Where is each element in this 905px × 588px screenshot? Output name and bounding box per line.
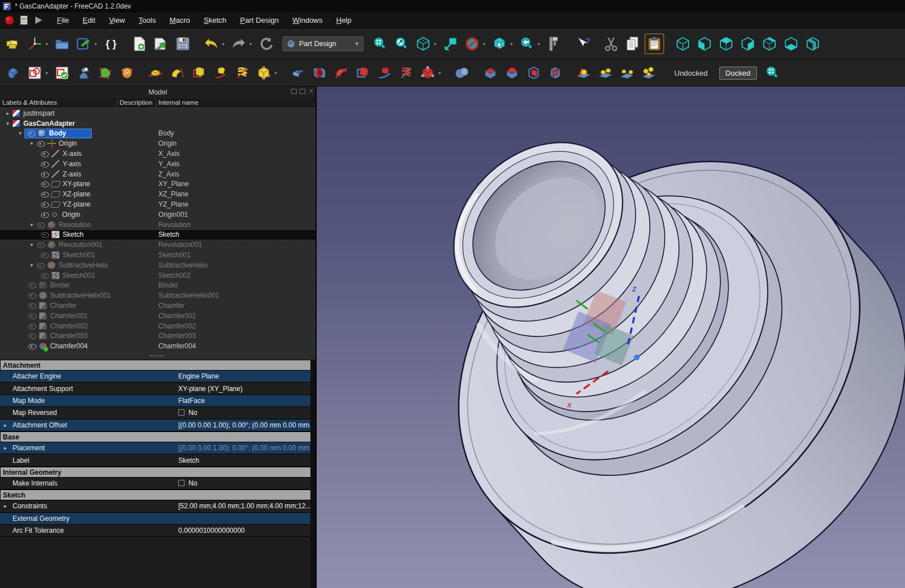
tree-item-body[interactable]: BodyBody [0,129,316,139]
view-axonometric-cube-icon[interactable] [673,34,693,54]
visibility-eye-icon[interactable] [26,130,36,137]
refresh-icon[interactable] [256,34,276,54]
section-attachment[interactable]: Attachment [0,360,316,371]
visibility-eye-icon[interactable] [40,211,50,218]
property-scrollbar[interactable] [310,360,316,588]
tree-item-yz-plane[interactable]: YZ-planeYZ_Plane [0,199,316,209]
additive-pipe-icon[interactable] [211,63,230,83]
visibility-eye-off-icon[interactable] [40,231,50,238]
redo-icon[interactable] [229,34,248,54]
hole-icon[interactable] [310,63,329,83]
visibility-eye-icon[interactable] [40,150,50,157]
section-base[interactable]: Base [0,431,316,442]
chevron-down-icon[interactable]: ▾ [538,42,542,47]
revolution-icon[interactable] [167,63,187,83]
pocket-icon[interactable] [288,63,308,83]
visibility-eye-off-icon[interactable] [27,312,38,319]
chevron-down-icon[interactable]: ▾ [439,71,443,76]
shape-binder-icon[interactable] [96,63,115,83]
menu-sketch[interactable]: Sketch [198,14,233,26]
visibility-eye-off-icon[interactable] [36,241,46,248]
visibility-eye-off-icon[interactable] [27,302,38,309]
docked-button[interactable]: Docked [719,67,757,80]
sync-view-icon[interactable] [441,34,460,54]
tree-item-binder[interactable]: BinderBinder [0,281,316,291]
save-icon[interactable] [173,34,193,54]
tree-item-y-axis[interactable]: Y-axisY_Axis [0,159,316,169]
fit-all-icon[interactable] [370,34,390,54]
polar-pattern-icon[interactable] [617,63,637,83]
boolean-icon[interactable] [452,63,472,83]
tree-item-subtractivehelix[interactable]: SubtractiveHelixSubtractiveHelix [0,260,316,270]
placement-axis-icon[interactable] [25,34,44,54]
tree-item-justinspart[interactable]: justinspart [0,108,316,118]
pad-icon[interactable] [146,63,165,83]
view-right-cube-icon[interactable] [738,34,757,54]
expand-arrow-icon[interactable]: ▸ [4,422,7,428]
column-internal-name[interactable]: Internal name [156,98,316,108]
menu-file[interactable]: File [51,14,75,26]
chamfer-icon[interactable] [502,63,522,83]
export-icon[interactable] [74,34,93,54]
view-top-cube-icon[interactable] [716,34,736,54]
property-row[interactable]: ▸Attachment Offset[(0.00 0.00 1.00); 0.0… [0,420,316,431]
groove-icon[interactable] [331,63,351,83]
view-front-cube-icon[interactable] [695,34,714,54]
tree-item-sketch002[interactable]: Sketch002Sketch002 [0,270,316,281]
tree-item-origin[interactable]: OriginOrigin [0,138,316,149]
new-document-icon[interactable] [130,34,149,54]
visibility-eye-icon[interactable] [40,171,50,178]
chevron-down-icon[interactable]: ▾ [46,71,50,76]
tree-item-sketch001[interactable]: Sketch001Sketch001 [0,250,316,260]
zoom-refresh-icon[interactable] [517,34,537,54]
visibility-eye-icon[interactable] [40,161,50,167]
menu-windows[interactable]: Windows [286,14,329,26]
section-internal-geometry[interactable]: Internal Geometry [0,467,316,478]
chevron-down-icon[interactable]: ▾ [510,42,515,47]
visibility-eye-off-icon[interactable] [27,292,38,299]
chevron-down-icon[interactable]: ▾ [434,42,439,47]
panel-close-icon[interactable]: × [309,88,313,94]
column-labels-attributes[interactable]: Labels & Attributes [0,98,117,108]
paste-icon[interactable] [645,34,664,54]
import-icon[interactable] [151,34,171,54]
tree-item-chamfer001[interactable]: Chamfer001Chamfer001 [0,311,316,321]
macro-document-icon[interactable] [20,15,28,25]
workbench-selector[interactable]: Part Design ▼ [282,36,363,51]
tree-item-xy-plane[interactable]: XY-planeXY_Plane [0,179,316,190]
property-row[interactable]: Map ModeFlatFace [0,395,316,407]
panel-float-icon[interactable] [300,89,305,94]
menu-edit[interactable]: Edit [76,14,101,26]
expand-arrow-icon[interactable]: ▸ [4,445,7,451]
visibility-eye-off-icon[interactable] [27,332,38,339]
tree-item-chamfer[interactable]: ChamferChamfer [0,301,316,311]
play-macro-icon[interactable] [34,15,44,25]
visibility-eye-off-icon[interactable] [36,262,46,269]
tree-item-z-axis[interactable]: Z-axisZ_Axis [0,169,316,179]
fit-all-icon[interactable] [763,63,782,83]
visibility-eye-icon[interactable] [40,201,50,208]
property-row[interactable]: External Geometry [0,513,316,525]
chevron-down-icon[interactable]: ▾ [95,42,99,47]
thickness-icon[interactable] [546,63,565,83]
menu-tools[interactable]: Tools [132,14,162,26]
open-folder-icon[interactable] [52,34,72,54]
undo-icon[interactable] [202,34,221,54]
view-rear-cube-icon[interactable] [760,34,779,54]
property-row[interactable]: ▸Placement[(0.00 0.00 1.00); 0.00°; (0.0… [0,442,316,454]
subtractive-primitive-icon[interactable] [418,63,437,83]
tree-item-origin001[interactable]: OriginOrigin001 [0,209,316,220]
checkbox[interactable] [178,409,185,416]
cut-icon[interactable] [601,34,621,54]
panel-minimize-icon[interactable] [291,89,297,94]
tree-item-sketch[interactable]: SketchSketch [0,230,316,240]
mirrored-icon[interactable] [574,63,593,83]
visibility-eye-icon[interactable] [40,191,50,198]
whats-this-icon[interactable]: ? [573,34,592,54]
menu-macro[interactable]: Macro [163,14,196,26]
view-left-cube-icon[interactable] [803,34,822,54]
subtractive-loft-icon[interactable] [353,63,372,83]
tree-item-chamfer004[interactable]: Chamfer004Chamfer004 [0,341,316,351]
property-row[interactable]: Map ReversedNo [0,407,316,419]
section-sketch[interactable]: Sketch [0,490,316,500]
